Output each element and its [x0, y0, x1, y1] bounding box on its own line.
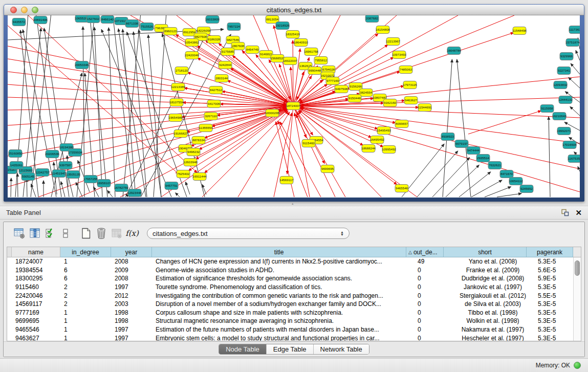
table-cell-short[interactable]: Nakamura et al. (1997) [451, 325, 534, 334]
column-header-name[interactable]: name [12, 247, 60, 257]
table-cell-out_degree[interactable]: 0 [414, 283, 451, 292]
column-header-year[interactable]: year [111, 247, 152, 257]
table-cell-short[interactable]: Jankovic et al. (1997) [451, 283, 534, 292]
delete-column-icon[interactable] [94, 226, 109, 240]
table-cell-year[interactable]: 1997 [111, 325, 152, 334]
close-window-icon[interactable] [10, 7, 17, 13]
table-cell-name[interactable]: 9463627 [12, 334, 60, 341]
table-row[interactable]: 1830029562008Estimation of significance … [7, 274, 581, 283]
table-cell-short[interactable]: Tibbo et al. (1998) [451, 309, 534, 317]
table-cell-title[interactable]: Corpus callosum shape and size in male p… [152, 309, 414, 317]
table-cell-out_degree[interactable]: 0 [414, 300, 451, 309]
column-header-out_degree[interactable]: △out_de... [406, 247, 444, 257]
table-cell-title[interactable]: Investigating the contribution of common… [152, 291, 414, 300]
table-row[interactable]: 946362711997Embryonic stem cells: a mode… [7, 334, 581, 341]
table-cell-in_degree[interactable]: 1 [60, 317, 111, 325]
table-cell-out_degree[interactable]: 0 [414, 266, 451, 275]
table-cell-in_degree[interactable]: 1 [60, 325, 111, 334]
table-cell-year[interactable]: 2012 [111, 291, 152, 300]
table-cell-in_degree[interactable]: 2 [60, 291, 111, 300]
memory-status-icon[interactable] [574, 362, 581, 369]
table-cell-name[interactable]: 18724007 [12, 257, 60, 266]
table-scrollbar-thumb[interactable] [575, 260, 580, 276]
show-columns-icon[interactable] [27, 226, 42, 240]
table-cell-name[interactable]: 18300295 [12, 274, 60, 283]
table-cell-year[interactable]: 1998 [111, 317, 152, 325]
table-cell-short[interactable]: de Silva et al. (2003) [451, 300, 534, 309]
table-cell-title[interactable]: Tourette syndrome. Phenomenology and cla… [152, 283, 414, 292]
table-row[interactable]: 969969511998Structural magnetic resonanc… [7, 317, 581, 325]
table-row[interactable]: 1872400712008Changes of HCN gene express… [7, 257, 581, 266]
table-cell-in_degree[interactable]: 2 [60, 283, 111, 292]
table-cell-out_degree[interactable]: 0 [414, 325, 451, 334]
delete-table-icon[interactable] [109, 226, 124, 240]
table-cell-in_degree[interactable]: 6 [60, 274, 111, 283]
table-row[interactable]: 1938455462009Genome-wide association stu… [7, 266, 581, 275]
table-cell-name[interactable]: 9465546 [12, 325, 60, 334]
table-cell-year[interactable]: 1998 [111, 309, 152, 317]
table-cell-title[interactable]: Genome-wide association studies in ADHD. [152, 266, 414, 275]
unselect-all-columns-icon[interactable] [58, 226, 73, 240]
table-cell-out_degree[interactable]: 0 [414, 274, 451, 283]
table-cell-year[interactable]: 2009 [111, 266, 152, 275]
column-header-in_degree[interactable]: in_degree [60, 247, 111, 257]
column-header-pagerank[interactable]: pagerank [527, 247, 573, 257]
table-cell-in_degree[interactable]: 1 [60, 334, 111, 341]
table-cell-short[interactable]: Stergiakouli et al. (2012) [451, 291, 534, 300]
tab-node-table[interactable]: Node Table [219, 344, 267, 354]
close-panel-icon[interactable]: ✕ [575, 209, 582, 216]
table-row[interactable]: 2242004622012Investigating the contribut… [7, 291, 581, 300]
table-cell-title[interactable]: Embryonic stem cells: a model to study s… [152, 334, 414, 341]
select-all-columns-icon[interactable] [42, 226, 58, 240]
table-cell-out_degree[interactable]: 0 [414, 334, 451, 341]
table-cell-name[interactable]: 19384554 [12, 266, 60, 275]
function-builder-icon[interactable]: f(x) [124, 226, 140, 240]
table-cell-year[interactable]: 2003 [111, 300, 152, 309]
table-cell-year[interactable]: 1997 [111, 283, 152, 292]
minimize-window-icon[interactable] [21, 7, 28, 13]
table-scrollbar[interactable] [573, 257, 581, 341]
table-cell-name[interactable]: 9115460 [12, 283, 60, 292]
table-cell-year[interactable]: 1997 [111, 334, 152, 341]
table-cell-short[interactable]: Yano et al. (2008) [451, 257, 534, 266]
network-window-titlebar[interactable]: citations_edges.txt [4, 5, 584, 15]
table-options-icon[interactable] [12, 226, 27, 240]
table-row[interactable]: 977716911998Corpus callosum shape and si… [7, 309, 581, 317]
table-cell-year[interactable]: 2008 [111, 274, 152, 283]
table-cell-name[interactable]: 9777169 [12, 309, 60, 317]
table-cell-in_degree[interactable]: 1 [60, 257, 111, 266]
tab-edge-table[interactable]: Edge Table [267, 344, 314, 354]
table-cell-out_degree[interactable]: 49 [414, 257, 451, 266]
table-cell-out_degree[interactable]: 0 [414, 309, 451, 317]
table-cell-title[interactable]: Disruption of a novel member of a sodium… [152, 300, 414, 309]
network-window[interactable]: citations_edges.txt 18724007183002951938… [4, 4, 584, 202]
table-cell-name[interactable]: 14569117 [12, 300, 60, 309]
table-row[interactable]: 946554611997Estimation of the future num… [7, 325, 581, 334]
table-row[interactable]: 911546021997Tourette syndrome. Phenomeno… [7, 283, 581, 292]
table-cell-title[interactable]: Estimation of the future numbers of pati… [152, 325, 414, 334]
table-cell-short[interactable]: Franke et al. (2009) [451, 266, 534, 275]
column-header-short[interactable]: short [444, 247, 527, 257]
table-cell-out_degree[interactable]: 0 [414, 291, 451, 300]
table-cell-in_degree[interactable]: 2 [60, 300, 111, 309]
pane-splitter[interactable]: ▴ [0, 202, 588, 206]
table-cell-in_degree[interactable]: 6 [60, 266, 111, 275]
float-panel-icon[interactable] [561, 209, 569, 216]
table-cell-short[interactable]: Hescheler et al. (1997) [451, 334, 534, 341]
column-header-title[interactable]: title [152, 247, 406, 257]
table-cell-title[interactable]: Structural magnetic resonance image aver… [152, 317, 414, 325]
table-cell-name[interactable]: 22420046 [12, 291, 60, 300]
zoom-window-icon[interactable] [32, 7, 38, 13]
table-select-dropdown[interactable]: citations_edges.txt ▲▼ [147, 228, 350, 239]
table-cell-in_degree[interactable]: 1 [60, 309, 111, 317]
table-row[interactable]: 1456911722003Disruption of a novel membe… [7, 300, 581, 309]
table-cell-title[interactable]: Estimation of significance thresholds fo… [152, 274, 414, 283]
tab-network-table[interactable]: Network Table [314, 344, 369, 354]
table-cell-short[interactable]: Wolkin et al. (1998) [451, 317, 534, 325]
table-cell-year[interactable]: 2008 [111, 257, 152, 266]
table-cell-out_degree[interactable]: 0 [414, 317, 451, 325]
new-column-icon[interactable] [78, 226, 94, 240]
table-cell-short[interactable]: Dudbridge et al. (2008) [451, 274, 534, 283]
network-canvas[interactable]: 1872400718300295193845547963822896012389… [8, 15, 580, 198]
table-cell-name[interactable]: 9699695 [12, 317, 60, 325]
